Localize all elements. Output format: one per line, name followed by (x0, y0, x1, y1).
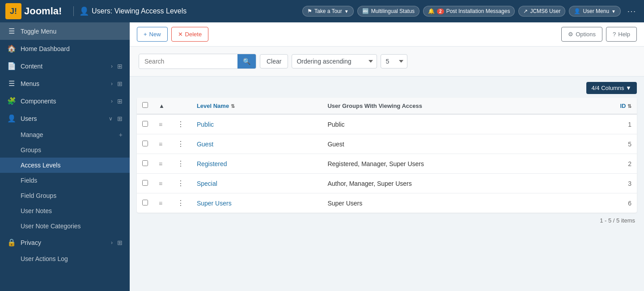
sidebar-item-home-dashboard[interactable]: 🏠 Home Dashboard (0, 40, 130, 57)
id-header-label: ID (620, 103, 626, 109)
user-notes-label: User Notes (21, 207, 52, 214)
post-install-pill[interactable]: 🔔 2 Post Installation Messages (423, 6, 515, 17)
row-checkbox[interactable] (142, 180, 148, 186)
row-checkbox[interactable] (142, 141, 148, 146)
sidebar-subitem-groups[interactable]: Groups (0, 142, 130, 158)
row-checkbox[interactable] (142, 160, 148, 166)
access-levels-table: ▲ Level Name ⇅ User Groups With Viewing … (137, 98, 637, 213)
external-link-icon: ↗ (523, 8, 528, 14)
sidebar-subitem-fields[interactable]: Fields (0, 173, 130, 188)
row-actions-button[interactable]: ⋮ (175, 119, 186, 129)
sort-up-icon: ▲ (159, 103, 165, 109)
sidebar-subitem-user-notes[interactable]: User Notes (0, 203, 130, 218)
row-sort-cell: ≡ (153, 193, 170, 213)
multilingual-pill[interactable]: 🔤 Multilingual Status (357, 6, 419, 17)
row-checkbox-cell (137, 193, 153, 213)
table-area: 4/4 Columns ▼ ▲ Level Name (130, 77, 644, 291)
privacy-chevron-icon: › (111, 240, 113, 246)
logo-link[interactable]: J! Joomla! (5, 3, 68, 19)
user-menu-pill[interactable]: 👤 User Menu ▼ (569, 6, 621, 17)
row-checkbox[interactable] (142, 121, 148, 127)
menus-grid-icon: ⊞ (117, 80, 123, 87)
sidebar-item-components[interactable]: 🧩 Components › ⊞ (0, 92, 130, 110)
user-note-categories-label: User Note Categories (21, 223, 81, 230)
delete-button[interactable]: ✕ Delete (171, 27, 209, 42)
row-checkbox[interactable] (142, 200, 148, 205)
new-label: New (149, 31, 161, 38)
manage-label: Manage (21, 131, 43, 138)
new-button[interactable]: + New (137, 27, 168, 42)
table-row: ≡ ⋮ Registered Registered, Manager, Supe… (137, 154, 637, 174)
sidebar-subitem-access-levels[interactable]: Access Levels (0, 158, 130, 173)
row-level-name-cell: Guest (191, 134, 322, 154)
sidebar-toggle-menu[interactable]: ☰ Toggle Menu (0, 22, 130, 40)
users-grid-icon: ⊞ (117, 115, 123, 122)
user-groups-value: Author, Manager, Super Users (327, 180, 411, 187)
level-name-link[interactable]: Guest (197, 141, 213, 148)
header-actions-col (170, 98, 191, 114)
user-groups-value: Super Users (327, 200, 362, 207)
help-button[interactable]: ? Help (606, 27, 637, 42)
pagination-text: 1 - 5 / 5 items (600, 217, 635, 224)
user-actions-log-label: User Actions Log (21, 255, 68, 262)
header-sort-col: ▲ (153, 98, 170, 114)
content-area: + New ✕ Delete ⚙ Options ? Help 🔍 (130, 22, 644, 291)
row-actions-button[interactable]: ⋮ (175, 139, 186, 149)
sidebar-subitem-field-groups[interactable]: Field Groups (0, 188, 130, 203)
drag-sort-icon: ≡ (159, 180, 162, 187)
sidebar-item-menus[interactable]: ☰ Menus › ⊞ (0, 75, 130, 92)
tour-pill[interactable]: ⚑ Take a Tour ▼ (302, 6, 354, 17)
drag-sort-icon: ≡ (159, 160, 162, 167)
sidebar-item-content[interactable]: 📄 Content › ⊞ (0, 57, 130, 75)
sidebar-item-privacy[interactable]: 🔒 Privacy › ⊞ (0, 234, 130, 251)
clear-button[interactable]: Clear (260, 54, 288, 68)
sidebar-item-users[interactable]: 👤 Users ∨ ⊞ (0, 110, 130, 127)
sidebar-subitem-manage[interactable]: Manage + (0, 127, 130, 142)
columns-button[interactable]: 4/4 Columns ▼ (586, 82, 637, 94)
level-name-link[interactable]: Special (197, 180, 217, 187)
user-groups-header-label: User Groups With Viewing Access (327, 103, 422, 109)
options-label: Options (576, 31, 596, 38)
user-menu-label: User Menu (583, 8, 609, 14)
search-button[interactable]: 🔍 (237, 54, 256, 68)
header-checkbox-col (137, 98, 153, 114)
row-id-cell: 1 (610, 114, 637, 134)
more-options-button[interactable]: ⋯ (624, 6, 639, 17)
header-level-name[interactable]: Level Name ⇅ (191, 98, 322, 114)
row-sort-cell: ≡ (153, 114, 170, 134)
drag-sort-icon: ≡ (159, 121, 162, 128)
ordering-select[interactable]: Ordering ascending Ordering descending L… (292, 54, 377, 68)
search-input[interactable] (139, 55, 237, 68)
sidebar-subitem-user-note-categories[interactable]: User Note Categories (0, 218, 130, 234)
options-button[interactable]: ⚙ Options (561, 27, 602, 42)
notification-badge: 2 (437, 9, 444, 14)
row-actions-button[interactable]: ⋮ (175, 178, 186, 188)
row-actions-button[interactable]: ⋮ (175, 198, 186, 208)
tour-icon: ⚑ (307, 8, 312, 14)
groups-label: Groups (21, 146, 41, 154)
page-title: Users: Viewing Access Levels (92, 7, 186, 15)
user-menu-chevron-icon: ▼ (611, 9, 616, 14)
search-bar: 🔍 Clear Ordering ascending Ordering desc… (130, 47, 644, 77)
drag-sort-icon: ≡ (159, 141, 162, 148)
row-actions-button[interactable]: ⋮ (175, 158, 186, 169)
id-value: 2 (628, 160, 631, 167)
row-id-cell: 2 (610, 154, 637, 174)
joomla-logo-icon: J! (5, 3, 21, 19)
select-all-checkbox[interactable] (142, 102, 148, 108)
count-select[interactable]: 5 10 15 20 25 (381, 54, 407, 68)
fields-label: Fields (21, 177, 37, 184)
level-name-link[interactable]: Registered (197, 160, 227, 167)
table-row: ≡ ⋮ Special Author, Manager, Super Users… (137, 174, 637, 193)
row-level-name-cell: Registered (191, 154, 322, 174)
id-value: 3 (628, 180, 631, 187)
header-id[interactable]: ID ⇅ (610, 98, 637, 114)
options-gear-icon: ⚙ (568, 31, 573, 38)
header-user-groups: User Groups With Viewing Access (322, 98, 610, 114)
row-id-cell: 5 (610, 134, 637, 154)
sidebar-subitem-user-actions-log[interactable]: User Actions Log (0, 251, 130, 266)
level-name-link[interactable]: Public (197, 121, 214, 128)
toggle-menu-icon: ☰ (7, 27, 16, 35)
jcms-user-pill[interactable]: ↗ JCMS6 User (518, 6, 565, 17)
level-name-link[interactable]: Super Users (197, 200, 232, 207)
